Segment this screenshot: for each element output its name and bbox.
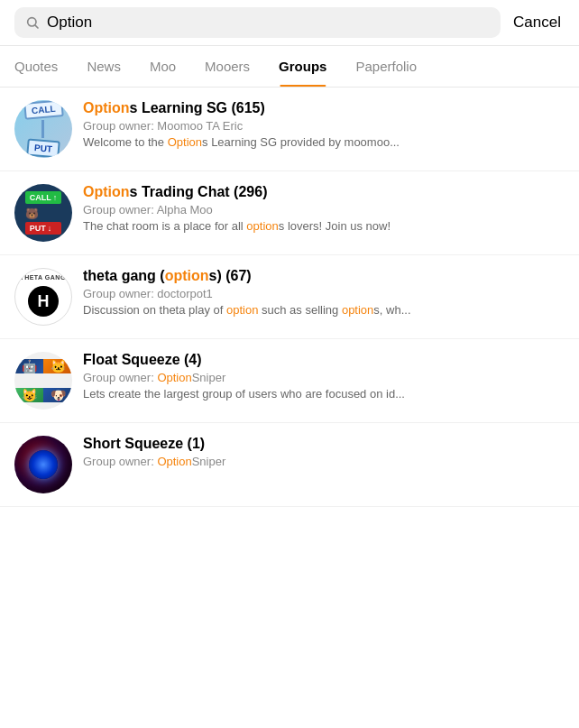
search-bar: Option Cancel: [0, 0, 579, 46]
group-info: theta gang (options) (67) Group owner: d…: [83, 268, 565, 317]
list-item[interactable]: CALL↑ 🐻 PUT↓ Options Trading Chat (296) …: [0, 171, 579, 255]
group-owner: Group owner: Alpha Moo: [83, 203, 565, 217]
tab-mooers[interactable]: Mooers: [190, 46, 264, 87]
avatar: CALL↑ 🐻 PUT↓: [14, 184, 72, 242]
group-desc: Lets create the largest group of users w…: [83, 387, 565, 401]
avatar: [14, 436, 72, 493]
group-desc: Welcome to the Options Learning SG provi…: [83, 135, 565, 149]
group-info: Short Squeeze (1) Group owner: OptionSni…: [83, 436, 565, 471]
group-desc: The chat room is a place for all options…: [83, 219, 565, 233]
cancel-button[interactable]: Cancel: [510, 14, 565, 32]
group-name: theta gang (options) (67): [83, 268, 565, 284]
list-item[interactable]: CALL PUT Options Learning SG (615) Group…: [0, 88, 579, 171]
call-sign: CALL: [23, 100, 63, 120]
groups-list: CALL PUT Options Learning SG (615) Group…: [0, 88, 579, 507]
call-sign: CALL↑: [25, 191, 62, 204]
list-item[interactable]: $THETA GANGS H theta gang (options) (67)…: [0, 255, 579, 339]
tab-news[interactable]: News: [72, 46, 135, 87]
group-info: Options Trading Chat (296) Group owner: …: [83, 184, 565, 233]
tab-groups[interactable]: Groups: [264, 46, 341, 87]
group-desc: Discussion on theta play of option such …: [83, 303, 565, 317]
tab-quotes[interactable]: Quotes: [0, 46, 72, 87]
group-owner: Group owner: OptionSniper: [83, 455, 565, 468]
search-input[interactable]: Option: [47, 14, 490, 32]
put-sign: PUT: [26, 138, 60, 158]
group-info: Options Learning SG (615) Group owner: M…: [83, 100, 565, 149]
group-owner: Group owner: OptionSniper: [83, 371, 565, 384]
svg-line-1: [35, 25, 38, 28]
search-icon: [25, 15, 40, 30]
group-name: Options Trading Chat (296): [83, 184, 565, 200]
group-name: Short Squeeze (1): [83, 436, 565, 452]
tabs-bar: Quotes News Moo Mooers Groups Paperfolio: [0, 46, 579, 88]
group-owner: Group owner: doctorpot1: [83, 287, 565, 300]
tab-moo[interactable]: Moo: [135, 46, 190, 87]
group-info: Float Squeeze (4) Group owner: OptionSni…: [83, 352, 565, 401]
avatar: 🤖 🐱 😺 🐶: [14, 352, 72, 410]
group-name: Options Learning SG (615): [83, 100, 565, 116]
list-item[interactable]: 🤖 🐱 😺 🐶 Float Squeeze (4) Group owner: O…: [0, 339, 579, 423]
avatar: $THETA GANGS H: [14, 268, 72, 326]
put-sign: PUT↓: [25, 222, 62, 235]
list-item[interactable]: Short Squeeze (1) Group owner: OptionSni…: [0, 423, 579, 507]
tab-paperfolio[interactable]: Paperfolio: [341, 46, 431, 87]
search-input-wrapper[interactable]: Option: [14, 7, 501, 38]
avatar: CALL PUT: [14, 100, 72, 158]
group-name: Float Squeeze (4): [83, 352, 565, 368]
group-owner: Group owner: Moomoo TA Eric: [83, 119, 565, 133]
